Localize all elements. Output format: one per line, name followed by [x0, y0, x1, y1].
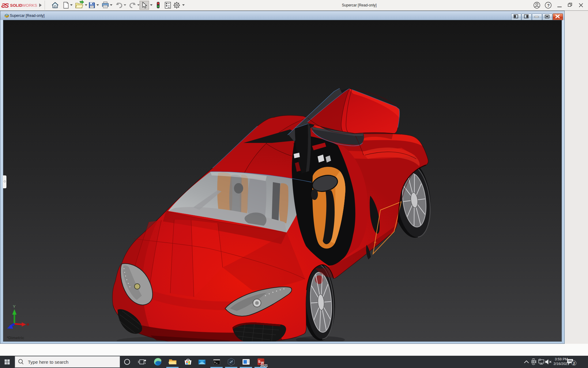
svg-text:SOLID: SOLID [10, 3, 22, 8]
svg-text:*Dimetric: *Dimetric [7, 335, 24, 340]
svg-text:S: S [5, 2, 9, 9]
svg-text:2021: 2021 [260, 364, 268, 367]
svg-text:2: 2 [573, 362, 575, 365]
svg-text:?: ? [547, 3, 550, 8]
svg-text:Y: Y [13, 304, 16, 309]
svg-text:WORKS: WORKS [22, 3, 37, 8]
svg-text:S: S [258, 360, 260, 363]
